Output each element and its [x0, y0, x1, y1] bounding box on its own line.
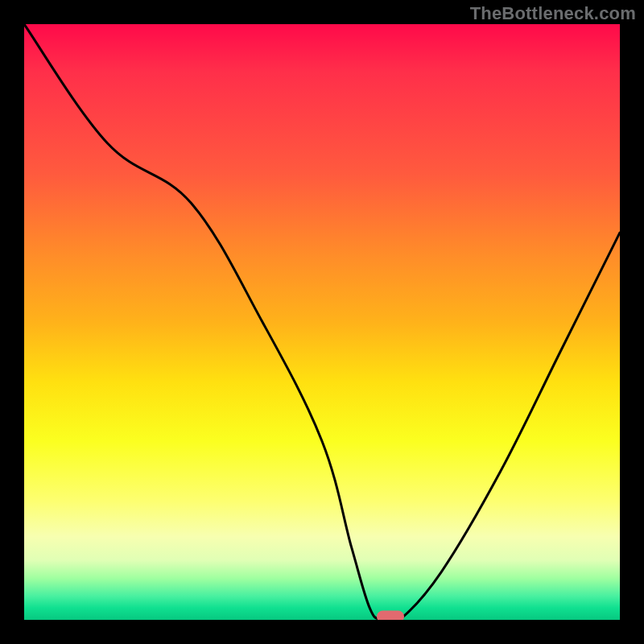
- optimal-marker: [377, 611, 404, 621]
- watermark-text: TheBottleneck.com: [470, 3, 636, 24]
- bottleneck-curve: [24, 24, 620, 620]
- curve-path: [24, 24, 620, 620]
- plot-area: [24, 24, 620, 620]
- chart-frame: TheBottleneck.com: [0, 0, 644, 644]
